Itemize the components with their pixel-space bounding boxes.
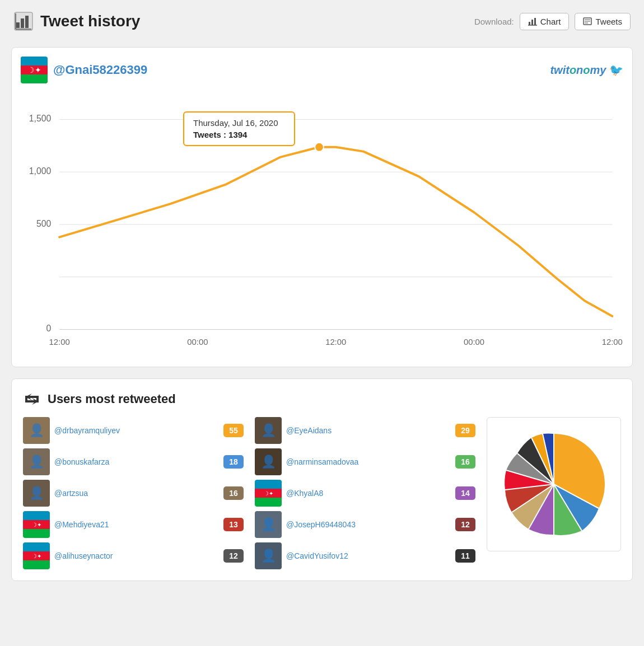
page-title: Tweet history <box>40 12 140 30</box>
user-thumbnail: 👤 <box>23 480 50 507</box>
pie-chart-svg <box>495 425 613 543</box>
chart-area: 1,500 1,000 500 0 12:00 00:00 12:00 00:0… <box>21 89 623 358</box>
user-thumbnail: 👤 <box>255 417 282 444</box>
user-thumbnail: 👤 <box>23 417 50 444</box>
svg-text:1,000: 1,000 <box>29 166 52 176</box>
section-title: Users most retweeted <box>48 392 176 406</box>
svg-rect-6 <box>529 22 530 25</box>
tweets-btn-icon <box>583 17 592 26</box>
user-thumbnail: ☽✦ <box>23 542 50 569</box>
user-row: ☽✦ @alihuseynactor12 <box>23 542 244 569</box>
section-header: Users most retweeted <box>23 390 621 408</box>
svg-text:00:00: 00:00 <box>187 338 208 347</box>
user-row: ☽✦ @Mehdiyeva2113 <box>23 511 244 538</box>
svg-text:12:00: 12:00 <box>602 338 623 347</box>
users-list: 👤@drbayramquliyev55👤@EyeAidans29👤@bonusk… <box>23 417 475 569</box>
user-handle[interactable]: @JosepH69448043 <box>286 520 451 529</box>
svg-rect-1 <box>16 22 20 28</box>
svg-rect-8 <box>534 18 536 25</box>
svg-text:12:00: 12:00 <box>49 338 70 347</box>
retweet-count-badge: 18 <box>223 455 244 469</box>
user-thumbnail: 👤 <box>255 511 282 538</box>
retweet-icon <box>23 390 41 408</box>
user-row: 👤@JosepH6944804312 <box>255 511 475 538</box>
user-row: ☽✦ @KhyalA814 <box>255 480 475 507</box>
user-handle[interactable]: @Mehdiyeva21 <box>54 520 219 529</box>
retweet-count-badge: 12 <box>455 518 475 531</box>
flag-blue-stripe <box>21 57 48 65</box>
user-handle[interactable]: @drbayramquliyev <box>54 426 219 435</box>
retweet-count-badge: 55 <box>223 424 244 437</box>
chart-button-label: Chart <box>540 17 561 26</box>
header-left: Tweet history <box>13 11 140 31</box>
chart-section: ☽✦ @Gnai58226399 twitonomy 🐦 <box>11 47 633 367</box>
user-thumbnail: 👤 <box>255 448 282 475</box>
twitonomy-bird: 🐦 <box>609 64 623 76</box>
line-chart-svg: 1,500 1,000 500 0 12:00 00:00 12:00 00:0… <box>21 89 623 358</box>
page-container: Tweet history Download: Chart <box>11 11 633 581</box>
retweet-count-badge: 13 <box>223 518 244 531</box>
user-thumbnail: 👤 <box>23 448 50 475</box>
page-header: Tweet history Download: Chart <box>11 11 633 36</box>
flag-green-stripe <box>21 74 48 83</box>
user-handle[interactable]: @CavidYusifov12 <box>286 551 451 560</box>
chart-header: ☽✦ @Gnai58226399 twitonomy 🐦 <box>21 57 623 83</box>
tooltip-dot <box>315 143 324 152</box>
user-thumbnail: ☽✦ <box>255 480 282 507</box>
avatar-flag: ☽✦ <box>21 57 48 83</box>
svg-text:500: 500 <box>36 219 52 228</box>
flag-red-stripe: ☽✦ <box>21 65 48 74</box>
user-row: 👤@drbayramquliyev55 <box>23 417 244 444</box>
azerbaijan-flag: ☽✦ <box>21 57 48 83</box>
svg-text:00:00: 00:00 <box>464 338 484 347</box>
users-content: 👤@drbayramquliyev55👤@EyeAidans29👤@bonusk… <box>23 417 621 569</box>
user-handle[interactable]: @KhyalA8 <box>286 489 451 498</box>
user-handle[interactable]: @EyeAidans <box>286 426 451 435</box>
user-avatar: ☽✦ <box>21 57 48 83</box>
retweet-count-badge: 11 <box>455 549 475 563</box>
header-right: Download: Chart Tweets <box>474 13 631 30</box>
svg-rect-2 <box>21 18 24 28</box>
user-thumbnail: ☽✦ <box>23 511 50 538</box>
tweets-button[interactable]: Tweets <box>575 13 631 30</box>
bar-chart-icon <box>13 11 34 31</box>
twitonomy-text: twitonomy <box>550 64 606 76</box>
user-row: 👤@artzsua16 <box>23 480 244 507</box>
svg-rect-3 <box>25 16 29 28</box>
svg-rect-7 <box>531 20 533 25</box>
chart-btn-icon <box>528 17 537 26</box>
retweet-count-badge: 14 <box>455 486 475 500</box>
tweets-button-label: Tweets <box>595 17 622 26</box>
retweet-count-badge: 16 <box>455 455 475 469</box>
svg-text:1,500: 1,500 <box>29 114 52 123</box>
retweet-count-badge: 29 <box>455 424 475 437</box>
user-handle[interactable]: @narminsamadovaa <box>286 457 451 466</box>
retweet-count-badge: 12 <box>223 549 244 563</box>
twitonomy-logo: twitonomy 🐦 <box>550 63 623 77</box>
user-handle[interactable]: @alihuseynactor <box>54 551 219 560</box>
user-row: 👤@CavidYusifov1211 <box>255 542 475 569</box>
users-section: Users most retweeted 👤@drbayramquliyev55… <box>11 378 633 581</box>
user-handle[interactable]: @artzsua <box>54 489 219 498</box>
user-row: 👤@EyeAidans29 <box>255 417 475 444</box>
svg-text:0: 0 <box>46 324 52 333</box>
chart-button[interactable]: Chart <box>520 13 570 30</box>
chart-user-info: ☽✦ @Gnai58226399 <box>21 57 147 83</box>
user-handle[interactable]: @bonuskafarza <box>54 457 219 466</box>
svg-text:12:00: 12:00 <box>325 338 346 347</box>
retweet-count-badge: 16 <box>223 486 244 500</box>
user-row: 👤@narminsamadovaa16 <box>255 448 475 475</box>
user-row: 👤@bonuskafarza18 <box>23 448 244 475</box>
chart-username: @Gnai58226399 <box>53 63 147 77</box>
flag-crescent: ☽✦ <box>27 65 41 74</box>
pie-chart-container <box>487 417 621 551</box>
download-label: Download: <box>474 17 514 26</box>
user-thumbnail: 👤 <box>255 542 282 569</box>
